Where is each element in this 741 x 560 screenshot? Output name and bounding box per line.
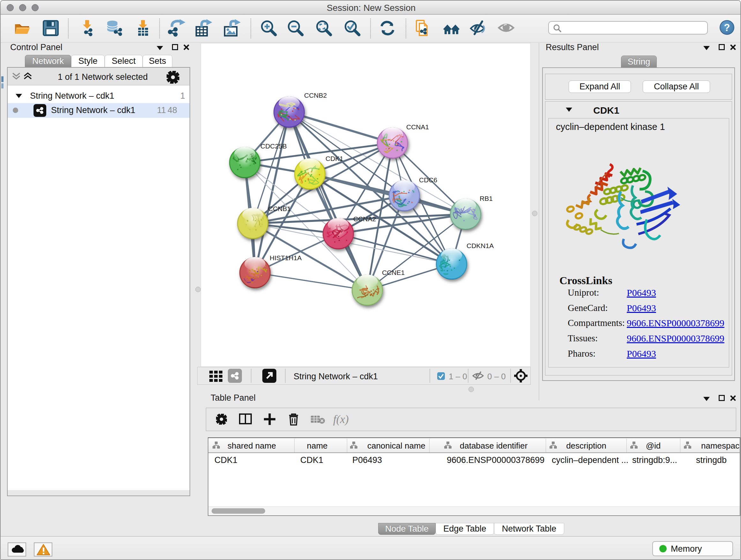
svg-text:CDKN1A: CDKN1A xyxy=(467,242,494,249)
svg-text:CCNA2: CCNA2 xyxy=(353,215,376,223)
svg-text:CDK1: CDK1 xyxy=(326,155,343,162)
svg-text:CCNB1: CCNB1 xyxy=(268,205,291,212)
svg-text:RB1: RB1 xyxy=(480,195,493,202)
svg-text:CDC6: CDC6 xyxy=(419,176,437,184)
svg-text:HIST1H1A: HIST1H1A xyxy=(270,254,301,261)
svg-text:CCNA1: CCNA1 xyxy=(406,123,429,131)
svg-text:CCNE1: CCNE1 xyxy=(382,269,405,276)
svg-text:CDC25B: CDC25B xyxy=(260,142,287,150)
svg-text:CCNB2: CCNB2 xyxy=(304,91,327,99)
